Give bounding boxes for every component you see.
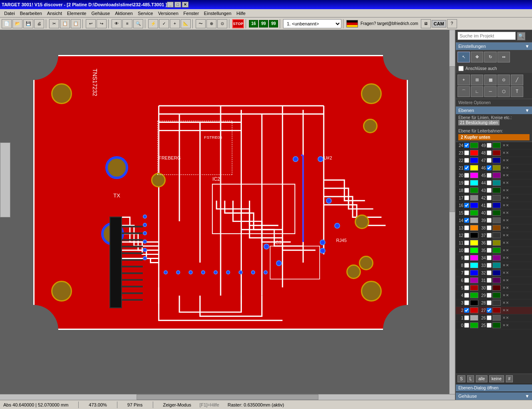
move-tool[interactable]: ✥: [471, 52, 483, 62]
layer-color-left[interactable]: [470, 210, 478, 216]
layer-color-left[interactable]: [470, 232, 478, 238]
layer-color-right[interactable]: [492, 285, 501, 291]
ic-tool[interactable]: ⊞: [471, 75, 483, 85]
pcb-area[interactable]: TNS17232 IC2 U#2 RJ45 IC3 TX TX1 FREBERG…: [0, 30, 455, 400]
layer-check-left[interactable]: [464, 315, 469, 320]
layer-color-left[interactable]: [470, 322, 478, 328]
layer-check-right[interactable]: [487, 150, 492, 155]
layer-xx[interactable]: ✕✕: [502, 188, 510, 192]
layer-check-left[interactable]: [464, 173, 469, 178]
layer-color-right[interactable]: [492, 195, 501, 201]
drc-button[interactable]: ✓: [159, 19, 169, 28]
layer-xx[interactable]: ✕✕: [502, 278, 510, 282]
layer-check-right[interactable]: [487, 263, 492, 268]
layer-xx[interactable]: ✕✕: [502, 256, 510, 260]
layer-check-left[interactable]: [464, 323, 469, 328]
layer-color-right[interactable]: [492, 187, 501, 193]
menu-gehause[interactable]: Gehäuse: [89, 10, 112, 17]
menu-ansicht[interactable]: Ansicht: [45, 10, 65, 17]
layer-check-right[interactable]: [487, 225, 492, 230]
vertical-scrollbar[interactable]: [449, 30, 455, 394]
layer-check-left[interactable]: [464, 195, 469, 200]
layer-check-left[interactable]: [464, 180, 469, 185]
layer-check-left[interactable]: [464, 293, 469, 298]
layer-check-right[interactable]: [487, 165, 492, 170]
layer-check-right[interactable]: [487, 308, 492, 313]
layer-check-left[interactable]: [464, 255, 469, 260]
layer-check-right[interactable]: [487, 255, 492, 260]
menu-hilfe[interactable]: Hilfe: [234, 10, 248, 17]
layer-color-left[interactable]: [470, 292, 478, 298]
layer-check-left[interactable]: [464, 308, 469, 313]
layer-color-left[interactable]: [470, 285, 478, 291]
layer-check-left[interactable]: [464, 143, 469, 148]
layer-color-left[interactable]: [470, 202, 478, 208]
layer-color-right[interactable]: [492, 292, 501, 298]
layer-check-left[interactable]: [464, 210, 469, 215]
view-button[interactable]: 👁: [112, 19, 122, 28]
close-button[interactable]: ✕: [182, 2, 189, 7]
menu-einstellungen[interactable]: Einstellungen: [201, 10, 234, 17]
layer-check-left[interactable]: [464, 285, 469, 290]
paste-button[interactable]: 📋: [71, 19, 81, 28]
text-tool[interactable]: T: [511, 86, 523, 97]
layer-color-left[interactable]: [470, 262, 478, 268]
trace-tool[interactable]: ─: [484, 86, 497, 97]
layer-color-right[interactable]: [492, 255, 501, 261]
layer-color-left[interactable]: [470, 307, 478, 313]
layer-xx[interactable]: ✕✕: [502, 308, 510, 312]
layer-color-right[interactable]: [492, 225, 501, 231]
layer-check-left[interactable]: [464, 263, 469, 268]
menu-datei[interactable]: Datei: [2, 10, 17, 17]
layer-color-left[interactable]: [470, 142, 478, 148]
layer-xx[interactable]: ✕✕: [502, 263, 510, 267]
layer-check-left[interactable]: [464, 218, 469, 223]
layer-check-left[interactable]: [464, 158, 469, 163]
layer-color-left[interactable]: [470, 217, 478, 223]
layer-color-left[interactable]: [470, 165, 478, 171]
hash-button[interactable]: #: [506, 375, 513, 382]
layer-check-right[interactable]: [487, 300, 492, 305]
layer-color-right[interactable]: [492, 270, 501, 276]
layer-color-left[interactable]: [470, 300, 478, 306]
layer-check-left[interactable]: [464, 203, 469, 208]
layer-xx[interactable]: ✕✕: [502, 143, 510, 147]
layer-xx[interactable]: ✕✕: [502, 166, 510, 170]
place-button[interactable]: +: [170, 19, 180, 28]
minimize-button[interactable]: _: [167, 2, 174, 7]
layer-check-right[interactable]: [487, 210, 492, 215]
layer-color-left[interactable]: [470, 187, 478, 193]
layer-check-left[interactable]: [464, 270, 469, 275]
layer-check-right[interactable]: [487, 240, 492, 245]
layer-dropdown[interactable]: 1. <unbenannt>: [283, 19, 341, 28]
layer-color-left[interactable]: [470, 180, 478, 186]
keine-button[interactable]: keine: [489, 375, 504, 382]
layer-xx[interactable]: ✕✕: [502, 233, 510, 237]
layer-xx[interactable]: ✕✕: [502, 286, 510, 290]
anschlusse-checkbox[interactable]: [458, 66, 464, 71]
layer-color-left[interactable]: [470, 315, 478, 321]
layer-check-left[interactable]: [464, 165, 469, 170]
layer-color-left[interactable]: [470, 255, 478, 261]
layer-check-left[interactable]: [464, 278, 469, 283]
redo-button[interactable]: ↪: [97, 19, 107, 28]
layer-xx[interactable]: ✕✕: [502, 226, 510, 230]
layer-color-right[interactable]: [492, 307, 501, 313]
layer-color-right[interactable]: [492, 240, 501, 246]
layer-xx[interactable]: ✕✕: [502, 293, 510, 297]
layer-check-right[interactable]: [487, 293, 492, 298]
cut-button[interactable]: ✂: [49, 19, 59, 28]
layer-check-right[interactable]: [487, 285, 492, 290]
layer-color-left[interactable]: [470, 240, 478, 246]
route-button[interactable]: ⚡: [148, 19, 158, 28]
layer-check-right[interactable]: [487, 203, 492, 208]
line-tool[interactable]: ╱: [511, 75, 523, 85]
chip-tool[interactable]: ▦: [484, 75, 497, 85]
menu-aktionen[interactable]: Aktionen: [112, 10, 135, 17]
mirror-tool[interactable]: ⇔: [497, 52, 510, 62]
layer-color-left[interactable]: [470, 247, 478, 253]
layer-color-left[interactable]: [470, 157, 478, 163]
layer-color-right[interactable]: [492, 300, 501, 306]
measure-button[interactable]: 📐: [181, 19, 191, 28]
stop-button[interactable]: STOP: [232, 19, 244, 28]
